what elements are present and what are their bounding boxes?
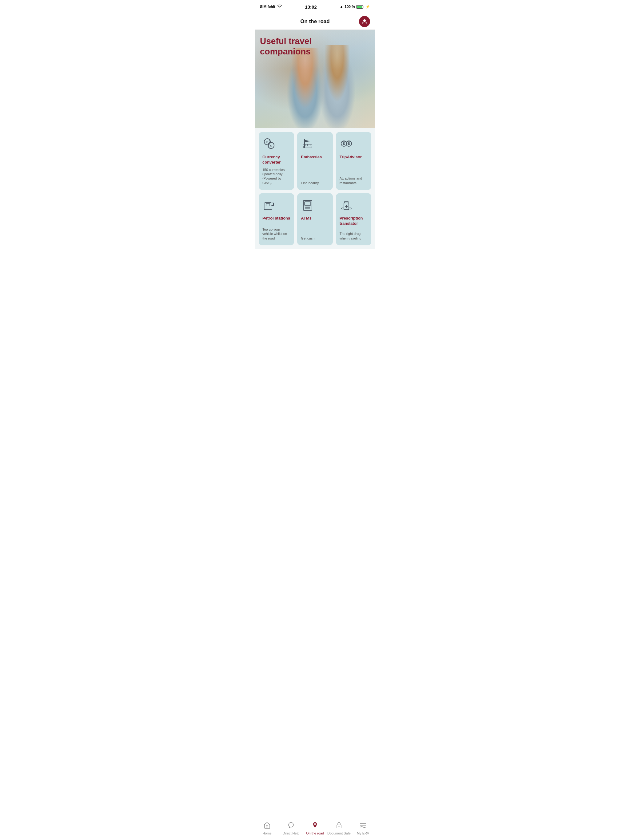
embassies-title: Embassies — [301, 155, 329, 160]
svg-point-31 — [291, 825, 291, 825]
atms-desc: Get cash — [301, 236, 329, 240]
tab-direct-help[interactable]: Direct Help — [279, 821, 303, 835]
card-prescription-translator[interactable]: Prescription translator The right drug w… — [336, 193, 371, 245]
embassies-icon — [301, 137, 329, 155]
tab-home-label: Home — [263, 831, 271, 835]
currency-converter-desc: 150 currencies updated daily (Powered by… — [263, 167, 290, 185]
svg-point-30 — [290, 825, 290, 825]
nav-header: On the road — [255, 14, 375, 30]
tab-on-the-road-label: On the road — [306, 831, 324, 835]
svg-text:$: $ — [266, 141, 268, 144]
battery-percentage: 100 % — [345, 5, 355, 9]
card-embassies[interactable]: Embassies Find nearby — [297, 132, 332, 190]
tab-bar: Home Direct Help On the road — [255, 819, 375, 840]
svg-rect-22 — [305, 207, 310, 208]
petrol-stations-title: Petrol stations — [263, 216, 290, 221]
tab-my-erv[interactable]: My ERV — [351, 821, 375, 835]
svg-point-28 — [342, 208, 344, 209]
svg-rect-25 — [345, 201, 348, 203]
tab-direct-help-label: Direct Help — [283, 831, 299, 835]
prescription-translator-title: Prescription translator — [340, 216, 367, 226]
tab-on-the-road[interactable]: On the road — [303, 821, 327, 835]
embassies-desc: Find nearby — [301, 181, 329, 185]
battery-icon — [356, 5, 364, 9]
petrol-stations-icon — [263, 198, 290, 216]
svg-point-15 — [343, 143, 345, 144]
card-atms[interactable]: ATMs Get cash — [297, 193, 332, 245]
tab-document-safe[interactable]: Document Safe — [327, 821, 351, 835]
document-safe-icon — [335, 821, 343, 830]
petrol-stations-desc: Top up your vehicle whilst on the road — [263, 227, 290, 240]
prescription-translator-desc: The right drug when traveling — [340, 232, 367, 240]
prescription-translator-icon — [340, 198, 367, 216]
svg-text:€: € — [270, 144, 272, 147]
wifi-icon — [277, 5, 282, 9]
card-currency-converter[interactable]: $ € Currency converter 150 currencies up… — [259, 132, 294, 190]
tripadvisor-desc: Attractions and restaurants — [340, 176, 367, 185]
on-the-road-icon — [311, 821, 319, 830]
svg-point-29 — [349, 208, 351, 209]
currency-converter-title: Currency converter — [263, 155, 290, 165]
card-petrol-stations[interactable]: Petrol stations Top up your vehicle whil… — [259, 193, 294, 245]
charging-icon: ⚡ — [366, 5, 370, 9]
direct-help-icon — [287, 821, 295, 830]
time-display: 13:02 — [305, 4, 317, 9]
tab-home[interactable]: Home — [255, 821, 279, 835]
svg-point-16 — [348, 143, 350, 144]
svg-point-32 — [292, 825, 293, 825]
svg-rect-21 — [304, 202, 311, 205]
atms-title: ATMs — [301, 216, 329, 221]
tripadvisor-title: TripAdvisor — [340, 155, 367, 160]
cards-section: $ € Currency converter 150 currencies up… — [255, 128, 375, 249]
currency-converter-icon: $ € — [263, 137, 290, 155]
atms-icon — [301, 198, 329, 216]
svg-rect-23 — [305, 208, 310, 209]
svg-point-35 — [339, 826, 340, 827]
svg-rect-18 — [266, 204, 270, 206]
nav-title: On the road — [271, 19, 359, 25]
svg-point-0 — [363, 19, 366, 22]
tab-document-safe-label: Document Safe — [327, 831, 351, 835]
profile-button[interactable] — [359, 16, 370, 27]
svg-point-33 — [314, 823, 316, 825]
location-arrow-icon: ▲ — [340, 5, 343, 9]
sim-status: SIM fehlt — [260, 5, 275, 9]
status-bar: SIM fehlt 13:02 ▲ 100 % ⚡ — [255, 0, 375, 14]
tripadvisor-icon — [340, 137, 367, 155]
cards-grid: $ € Currency converter 150 currencies up… — [259, 132, 371, 245]
hero-section: Useful travel companions — [255, 30, 375, 128]
status-right: ▲ 100 % ⚡ — [340, 5, 370, 9]
home-icon — [263, 821, 271, 830]
my-erv-icon — [359, 821, 367, 830]
status-left: SIM fehlt — [260, 5, 282, 9]
tab-my-erv-label: My ERV — [357, 831, 369, 835]
hero-title: Useful travel companions — [260, 36, 338, 57]
card-tripadvisor[interactable]: TripAdvisor Attractions and restaurants — [336, 132, 371, 190]
